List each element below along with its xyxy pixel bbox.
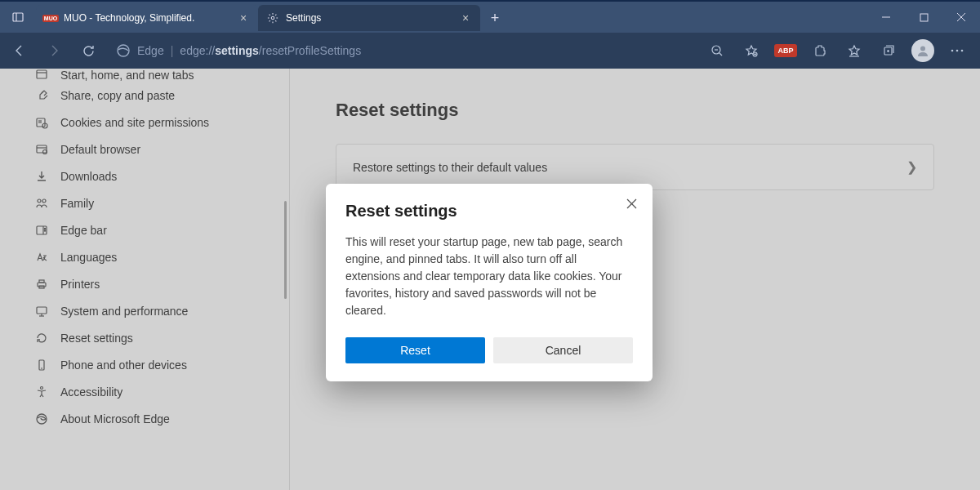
- close-icon[interactable]: ×: [459, 11, 472, 24]
- dialog-actions: Reset Cancel: [345, 337, 633, 363]
- sidebar-item-label: Reset settings: [60, 332, 133, 345]
- sidebar-item-label: Cookies and site permissions: [60, 116, 209, 129]
- scrollbar-thumb[interactable]: [284, 201, 287, 299]
- svg-point-35: [44, 228, 45, 229]
- svg-point-32: [42, 199, 46, 203]
- language-icon: [34, 250, 49, 265]
- minimize-button[interactable]: [867, 2, 905, 33]
- muo-favicon-icon: MUO: [44, 11, 57, 24]
- cookie-icon: [34, 115, 49, 130]
- svg-rect-4: [920, 14, 928, 21]
- abp-extension-button[interactable]: ABP: [769, 36, 802, 65]
- svg-point-31: [38, 199, 41, 203]
- sidebar-item-system[interactable]: System and performance: [23, 297, 290, 324]
- sidebar-item-reset[interactable]: Reset settings: [23, 324, 290, 351]
- collections-button[interactable]: [872, 36, 905, 65]
- download-icon: [34, 169, 49, 184]
- avatar-icon: [911, 39, 934, 62]
- sidebar-item-cookies[interactable]: Cookies and site permissions: [23, 109, 290, 136]
- share-icon: [34, 88, 49, 103]
- more-button[interactable]: [941, 36, 973, 65]
- sidebar-divider: [289, 69, 290, 490]
- reset-icon: [34, 331, 49, 345]
- reset-settings-dialog: Reset settings This will reset your star…: [326, 184, 653, 381]
- svg-rect-28: [37, 145, 47, 153]
- profile-button[interactable]: [906, 36, 939, 65]
- svg-point-45: [41, 386, 43, 389]
- tab-muo[interactable]: MUO MUO - Technology, Simplified. ×: [36, 5, 258, 31]
- printer-icon: [34, 277, 49, 292]
- phone-icon: [34, 358, 49, 372]
- back-button[interactable]: [3, 36, 36, 65]
- address-bar[interactable]: Edge | edge://settings/resetProfileSetti…: [106, 38, 699, 64]
- edge-logo-icon: [116, 43, 131, 58]
- svg-rect-40: [37, 307, 47, 314]
- sidebar-item-family[interactable]: Family: [23, 189, 290, 216]
- sidebar-item-label: System and performance: [60, 305, 188, 318]
- edge-icon: [34, 412, 49, 426]
- sidebar-item-label: Languages: [60, 251, 117, 264]
- new-tab-button[interactable]: +: [480, 5, 510, 31]
- sidebar-item-label: Phone and other devices: [60, 359, 187, 372]
- sidebar-item-about[interactable]: About Microsoft Edge: [23, 405, 290, 432]
- page-title: Reset settings: [336, 100, 934, 121]
- dialog-body: This will reset your startup page, new t…: [345, 234, 633, 319]
- svg-point-20: [956, 50, 959, 52]
- system-icon: [34, 304, 49, 318]
- svg-rect-22: [37, 70, 47, 78]
- tab-title: MUO - Technology, Simplified.: [64, 12, 230, 24]
- sidebar-item-label: Start, home, and new tabs: [60, 69, 194, 82]
- refresh-button[interactable]: [72, 36, 105, 65]
- reset-button[interactable]: Reset: [345, 337, 485, 363]
- zoom-button[interactable]: [701, 36, 733, 65]
- row-label: Restore settings to their default values: [353, 161, 547, 174]
- svg-point-19: [951, 50, 954, 52]
- sidebar-item-accessibility[interactable]: Accessibility: [23, 378, 290, 405]
- sidebar-item-label: About Microsoft Edge: [60, 412, 170, 425]
- sidebar-item-start[interactable]: Start, home, and new tabs: [23, 69, 290, 82]
- svg-point-7: [118, 45, 129, 56]
- family-icon: [34, 196, 49, 211]
- close-icon[interactable]: ×: [237, 11, 250, 24]
- tab-settings[interactable]: Settings ×: [258, 5, 480, 31]
- tab-title: Settings: [286, 12, 452, 24]
- window-close-button[interactable]: [942, 2, 980, 33]
- toolbar: Edge | edge://settings/resetProfileSetti…: [0, 33, 980, 69]
- addr-url: edge://settings/resetProfileSettings: [180, 44, 361, 57]
- chevron-right-icon: ❯: [906, 159, 917, 175]
- sidebar-item-languages[interactable]: Languages: [23, 243, 290, 270]
- settings-sidebar: Start, home, and new tabs Share, copy an…: [0, 69, 290, 490]
- sidebar-item-label: Downloads: [60, 170, 117, 183]
- browser-icon: [34, 142, 49, 157]
- sidebar-item-phone[interactable]: Phone and other devices: [23, 351, 290, 378]
- sidebar-item-edgebar[interactable]: Edge bar: [23, 216, 290, 243]
- window-controls: [867, 2, 980, 33]
- home-icon: [34, 69, 49, 82]
- extensions-button[interactable]: [804, 36, 836, 65]
- svg-rect-0: [13, 13, 23, 21]
- favorites-list-button[interactable]: [838, 36, 871, 65]
- sidebar-item-printers[interactable]: Printers: [23, 270, 290, 297]
- sidebar-item-downloads[interactable]: Downloads: [23, 163, 290, 189]
- toolbar-right: ABP: [701, 36, 977, 65]
- forward-button[interactable]: [38, 36, 70, 65]
- sidebar-item-default-browser[interactable]: Default browser: [23, 136, 290, 163]
- svg-point-36: [44, 229, 45, 230]
- gear-icon: [266, 11, 279, 24]
- sidebar-item-label: Printers: [60, 278, 100, 291]
- maximize-button[interactable]: [905, 2, 942, 33]
- favorite-button[interactable]: [735, 36, 768, 65]
- tabs-container: MUO MUO - Technology, Simplified. × Sett…: [36, 2, 867, 33]
- edgebar-icon: [34, 223, 49, 238]
- dialog-title: Reset settings: [345, 202, 633, 220]
- accessibility-icon: [34, 385, 49, 399]
- sidebar-item-label: Edge bar: [60, 224, 107, 237]
- sidebar-item-share[interactable]: Share, copy and paste: [23, 82, 290, 109]
- sidebar-item-label: Accessibility: [60, 385, 122, 399]
- cancel-button[interactable]: Cancel: [493, 337, 633, 363]
- sidebar-item-label: Family: [60, 197, 94, 210]
- tab-actions-button[interactable]: [0, 2, 36, 33]
- dialog-close-button[interactable]: [621, 194, 641, 213]
- sidebar-item-label: Default browser: [60, 143, 140, 156]
- addr-context: Edge: [137, 44, 164, 57]
